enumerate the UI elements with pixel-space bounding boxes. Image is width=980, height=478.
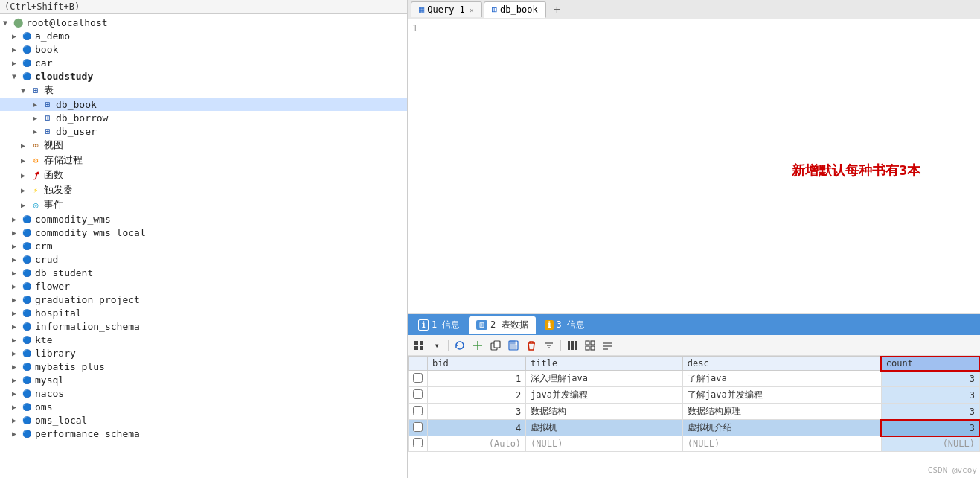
table-row-new[interactable]: (Auto) (NULL) (NULL) (NULL) [409, 436, 980, 452]
toolbar-filter-btn[interactable] [541, 338, 557, 353]
tab-query1-close[interactable]: ✕ [470, 6, 474, 14]
new-row-checkbox-input[interactable] [413, 438, 423, 447]
toolbar-grid2-btn[interactable] [582, 338, 598, 353]
new-row-count[interactable]: (NULL) [881, 436, 979, 452]
toolbar-columns-btn[interactable] [564, 338, 580, 353]
new-row-bid[interactable]: (Auto) [428, 436, 526, 452]
result-tab-tabledata[interactable]: ⊞ 2 表数据 [469, 316, 535, 334]
tree-item-book[interactable]: ▶ 🔵 book [0, 42, 407, 56]
query-editor[interactable]: 1 新增默认每种书有3本 [408, 19, 980, 314]
tree-item-mybatis_plus[interactable]: ▶ 🔵 mybatis_plus [0, 360, 407, 373]
oms-label: oms [35, 401, 52, 412]
tab-db_book[interactable]: ⊞ db_book [484, 1, 546, 18]
new-row-checkbox[interactable] [409, 436, 428, 452]
row1-desc[interactable]: 了解java [682, 371, 881, 387]
oms_local-label: oms_local [35, 415, 87, 426]
tree-item-graduation_project[interactable]: ▶ 🔵 graduation_project [0, 293, 407, 306]
tree-item-library[interactable]: ▶ 🔵 library [0, 346, 407, 360]
tab-add-button[interactable]: + [548, 1, 566, 18]
toolbar-sep1 [448, 340, 449, 351]
tree-item-db_student[interactable]: ▶ 🔵 db_student [0, 266, 407, 279]
sidebar-content[interactable]: ▼ ⬤ root@localhost ▶ 🔵 a_demo ▶ 🔵 book ▶… [0, 14, 407, 478]
tree-item-nacos[interactable]: ▶ 🔵 nacos [0, 386, 407, 400]
svg-rect-18 [591, 341, 595, 345]
row4-checkbox[interactable] [409, 420, 428, 436]
row2-bid[interactable]: 2 [428, 387, 526, 404]
tree-item-hospital[interactable]: ▶ 🔵 hospital [0, 306, 407, 319]
row2-checkbox-input[interactable] [413, 389, 423, 399]
row4-count[interactable]: 3 [881, 420, 979, 436]
result-tab-info3[interactable]: ℹ 3 信息 [537, 316, 592, 334]
tree-item-crm[interactable]: ▶ 🔵 crm [0, 239, 407, 252]
car-expand: ▶ [12, 59, 21, 67]
result-tab-info1[interactable]: ℹ 1 信息 [411, 316, 467, 334]
result-table-container[interactable]: bid title desc count 1 深入理解java 了解java [408, 356, 980, 478]
toolbar-grid-btn[interactable] [411, 338, 427, 353]
toolbar-refresh-btn[interactable] [452, 338, 468, 353]
row3-title[interactable]: 数据结构 [526, 404, 683, 420]
tree-item-oms[interactable]: ▶ 🔵 oms [0, 400, 407, 413]
tree-group-events[interactable]: ▶ ◎ 事件 [0, 197, 407, 212]
toolbar-form-btn[interactable] [600, 338, 616, 353]
row1-checkbox-input[interactable] [413, 373, 423, 383]
toolbar-save-btn[interactable] [505, 338, 522, 353]
tree-item-commodity_wms_local[interactable]: ▶ 🔵 commodity_wms_local [0, 226, 407, 239]
row4-title[interactable]: 虚拟机 [526, 420, 683, 436]
row2-title[interactable]: java并发编程 [526, 387, 683, 404]
tree-item-db_book[interactable]: ▶ ⊞ db_book [0, 98, 407, 111]
toolbar-add-btn[interactable] [470, 338, 486, 353]
tree-group-tables[interactable]: ▼ ⊞ 表 [0, 83, 407, 98]
tree-item-flower[interactable]: ▶ 🔵 flower [0, 279, 407, 293]
col-header-bid[interactable]: bid [428, 357, 526, 371]
row1-title[interactable]: 深入理解java [526, 371, 683, 387]
tree-item-mysql[interactable]: ▶ 🔵 mysql [0, 373, 407, 386]
row3-bid[interactable]: 3 [428, 404, 526, 420]
new-row-desc[interactable]: (NULL) [682, 436, 881, 452]
new-row-title[interactable]: (NULL) [526, 436, 683, 452]
db_user-expand: ▶ [33, 127, 42, 136]
row3-checkbox[interactable] [409, 404, 428, 420]
col-header-title[interactable]: title [526, 357, 683, 371]
flower-label: flower [35, 281, 70, 292]
tree-root[interactable]: ▼ ⬤ root@localhost [0, 16, 407, 29]
table-row[interactable]: 2 java并发编程 了解java并发编程 3 [409, 387, 980, 404]
toolbar-dropdown-btn[interactable]: ▾ [429, 338, 445, 353]
tree-group-procs[interactable]: ▶ ⚙ 存储过程 [0, 153, 407, 168]
row3-desc[interactable]: 数据结构原理 [682, 404, 881, 420]
tree-item-information_schema[interactable]: ▶ 🔵 information_schema [0, 319, 407, 333]
row4-desc[interactable]: 虚拟机介绍 [682, 420, 881, 436]
col-header-count[interactable]: count [881, 357, 979, 371]
tree-item-car[interactable]: ▶ 🔵 car [0, 56, 407, 69]
result-tab1-num: ℹ [418, 319, 429, 331]
tree-item-cloudstudy[interactable]: ▼ 🔵 cloudstudy [0, 69, 407, 83]
funcs-label: 函数 [44, 168, 63, 182]
tree-group-funcs[interactable]: ▶ ƒ 函数 [0, 168, 407, 182]
tree-group-triggers[interactable]: ▶ ⚡ 触发器 [0, 182, 407, 197]
table-row[interactable]: 1 深入理解java 了解java 3 [409, 371, 980, 387]
row4-bid[interactable]: 4 [428, 420, 526, 436]
table-row-selected[interactable]: 4 虚拟机 虚拟机介绍 3 [409, 420, 980, 436]
row2-checkbox[interactable] [409, 387, 428, 404]
tab-query1[interactable]: ▦ Query 1 ✕ [411, 1, 482, 17]
row1-bid[interactable]: 1 [428, 371, 526, 387]
col-header-desc[interactable]: desc [682, 357, 881, 371]
tree-group-views[interactable]: ▶ ∞ 视图 [0, 138, 407, 153]
row1-count[interactable]: 3 [881, 371, 979, 387]
tree-item-oms_local[interactable]: ▶ 🔵 oms_local [0, 413, 407, 427]
row2-count[interactable]: 3 [881, 387, 979, 404]
tree-item-db_borrow[interactable]: ▶ ⊞ db_borrow [0, 111, 407, 124]
row3-count[interactable]: 3 [881, 404, 979, 420]
row1-checkbox[interactable] [409, 371, 428, 387]
tree-item-kte[interactable]: ▶ 🔵 kte [0, 333, 407, 346]
table-row[interactable]: 3 数据结构 数据结构原理 3 [409, 404, 980, 420]
tree-item-performance_schema[interactable]: ▶ 🔵 performance_schema [0, 427, 407, 440]
toolbar-duplicate-btn[interactable] [487, 338, 504, 353]
row3-checkbox-input[interactable] [413, 406, 423, 415]
row4-checkbox-input[interactable] [413, 422, 423, 432]
tree-item-crud[interactable]: ▶ 🔵 crud [0, 252, 407, 266]
toolbar-delete-btn[interactable] [523, 338, 539, 353]
tree-item-db_user[interactable]: ▶ ⊞ db_user [0, 124, 407, 138]
row2-desc[interactable]: 了解java并发编程 [682, 387, 881, 404]
tree-item-a_demo[interactable]: ▶ 🔵 a_demo [0, 29, 407, 42]
tree-item-commodity_wms[interactable]: ▶ 🔵 commodity_wms [0, 212, 407, 226]
